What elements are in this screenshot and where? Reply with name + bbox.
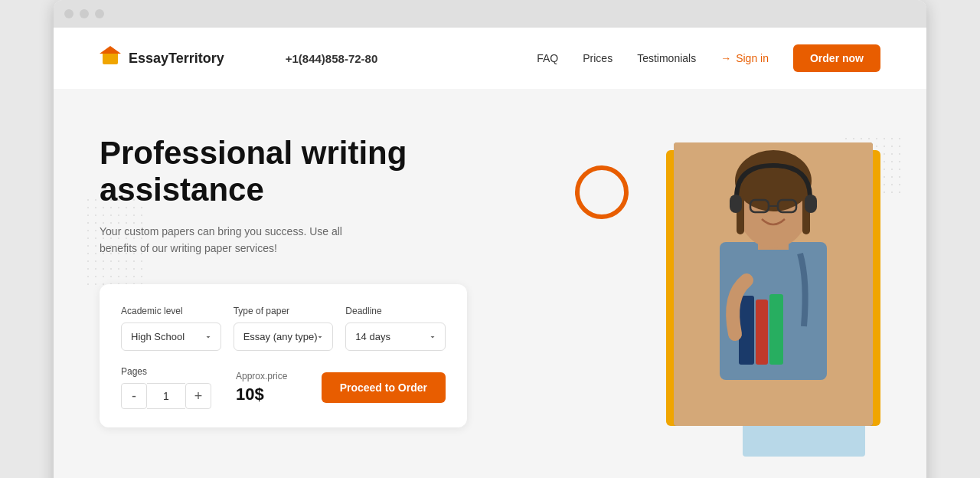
svg-rect-0 xyxy=(103,52,118,64)
deadline-label: Deadline xyxy=(345,306,446,316)
svg-marker-1 xyxy=(100,46,121,54)
hero-title: Professional writing assistance xyxy=(100,135,529,209)
approx-price-group: Approx.price 10$ xyxy=(236,371,287,404)
order-form: Academic level High School Undergraduate… xyxy=(100,284,467,427)
pages-minus-button[interactable]: - xyxy=(121,383,147,409)
svg-rect-13 xyxy=(756,300,768,365)
browser-dot-1 xyxy=(64,9,74,18)
pages-group: Pages - + xyxy=(121,366,211,409)
nav-testimonials[interactable]: Testimonials xyxy=(637,52,696,64)
signin-icon: → xyxy=(720,52,731,64)
form-row-bottom: Pages - + Approx.price 10$ Proceed to Or xyxy=(121,366,446,409)
site-header: EssayTerritory +1(844)858-72-80 FAQ Pric… xyxy=(54,28,926,89)
logo-icon xyxy=(100,44,124,72)
browser-window: EssayTerritory +1(844)858-72-80 FAQ Pric… xyxy=(54,0,926,478)
hero-section: Professional writing assistance Your cus… xyxy=(54,89,926,472)
academic-level-group: Academic level High School Undergraduate… xyxy=(121,306,221,351)
paper-type-group: Type of paper Essay (any type) Research … xyxy=(234,306,334,351)
approx-value: 10$ xyxy=(236,385,264,404)
academic-level-select[interactable]: High School Undergraduate Bachelor Maste… xyxy=(121,322,221,351)
browser-bar xyxy=(54,0,926,28)
browser-dot-2 xyxy=(80,9,89,18)
main-nav: FAQ Prices Testimonials → Sign in Order … xyxy=(537,44,880,72)
form-row-top: Academic level High School Undergraduate… xyxy=(121,306,446,351)
left-arrow-button[interactable]: ‹ xyxy=(61,472,67,478)
signin-button[interactable]: → Sign in xyxy=(720,52,769,64)
pages-input[interactable] xyxy=(147,383,185,409)
services-teaser: Our services xyxy=(431,472,548,478)
pages-label: Pages xyxy=(121,366,211,377)
proceed-to-order-button[interactable]: Proceed to Order xyxy=(322,372,446,403)
bottom-arrows: ‹ Our services › xyxy=(54,472,926,478)
nav-prices[interactable]: Prices xyxy=(583,52,612,64)
paper-type-select[interactable]: Essay (any type) Research Paper Term Pap… xyxy=(234,322,334,351)
deadline-select[interactable]: 14 days 10 days 7 days 5 days 3 days 2 d… xyxy=(345,322,446,351)
logo[interactable]: EssayTerritory xyxy=(100,44,224,72)
browser-dot-3 xyxy=(95,9,104,18)
nav-faq[interactable]: FAQ xyxy=(537,52,558,64)
academic-level-label: Academic level xyxy=(121,306,221,316)
orange-circle-decoration xyxy=(575,165,629,219)
svg-rect-15 xyxy=(730,195,742,213)
student-image xyxy=(674,142,873,426)
paper-type-label: Type of paper xyxy=(234,306,334,316)
svg-rect-16 xyxy=(805,195,817,213)
phone-number: +1(844)858-72-80 xyxy=(286,52,378,65)
svg-rect-14 xyxy=(769,294,783,365)
logo-text: EssayTerritory xyxy=(129,51,224,67)
order-now-button[interactable]: Order now xyxy=(793,44,880,72)
deadline-group: Deadline 14 days 10 days 7 days 5 days 3… xyxy=(345,306,446,351)
hero-left: Professional writing assistance Your cus… xyxy=(100,135,529,441)
pages-plus-button[interactable]: + xyxy=(185,383,211,409)
hero-right xyxy=(529,135,880,441)
pages-control: - + xyxy=(121,383,211,409)
svg-point-6 xyxy=(735,150,812,211)
approx-label: Approx.price xyxy=(236,371,287,381)
hero-subtitle: Your custom papers can bring you success… xyxy=(100,223,360,257)
right-arrow-button[interactable]: › xyxy=(913,472,919,478)
page-content: EssayTerritory +1(844)858-72-80 FAQ Pric… xyxy=(54,28,926,478)
